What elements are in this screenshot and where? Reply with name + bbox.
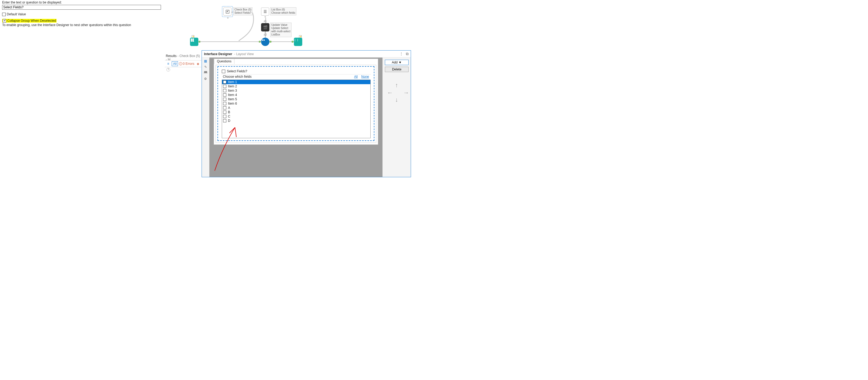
designer-subtitle: - Layout View	[234, 52, 254, 56]
gear-icon[interactable]: ⚙	[204, 77, 207, 81]
list-item-checkbox[interactable]	[223, 98, 226, 101]
listbox-tool-label: List Box (6) Choose which fields	[270, 7, 296, 15]
designer-right-panel: Add ▼ Delete ↑ ← → ↓	[382, 58, 411, 177]
filter-conv-errors[interactable]: ◈	[195, 61, 200, 66]
prompt-input[interactable]	[2, 5, 161, 10]
tree-icon[interactable]: ᚙ	[204, 71, 208, 75]
interface-designer-window: Interface Designer - Layout View ⋮ ⧉ ▦ ✎…	[202, 50, 411, 177]
default-value-row[interactable]: Default Value	[2, 12, 162, 16]
add-button[interactable]: Add ▼	[385, 60, 409, 65]
list-item[interactable]: Item 4	[222, 93, 370, 97]
arrow-left-icon[interactable]: ←	[387, 89, 393, 96]
anchor[interactable]	[265, 16, 266, 18]
list-icon[interactable]: ≡	[166, 61, 170, 66]
arrow-right-icon[interactable]: →	[403, 89, 409, 96]
collapse-row[interactable]: Collapse Group When Deselected	[2, 19, 57, 23]
browse-tool-icon[interactable]	[294, 38, 302, 46]
help-text: To enable grouping, use the Interface De…	[2, 23, 162, 27]
list-item[interactable]: A	[222, 106, 370, 110]
questions-panel: Questions Select Fields? Choose which fi…	[214, 59, 378, 145]
list-item-label: Item 3	[228, 89, 237, 93]
list-item-label: C	[228, 114, 230, 118]
designer-side-toolbar: ▦ ✎ ᚙ ⚙	[202, 58, 209, 177]
link-none[interactable]: None	[361, 75, 369, 78]
input-tool-icon[interactable]	[190, 38, 198, 46]
list-item-label: A	[228, 106, 230, 110]
list-item[interactable]: Item 6	[222, 101, 370, 106]
list-item-label: D	[228, 119, 230, 123]
list-item-label: Item 2	[228, 84, 237, 88]
input-port[interactable]	[259, 41, 260, 42]
arrow-up-icon[interactable]: ↑	[395, 82, 398, 89]
select-fields-label: Select Fields?	[227, 69, 247, 73]
output-port[interactable]	[198, 41, 200, 42]
list-item-label: B	[228, 110, 230, 114]
filter-errors[interactable]: !0 Errors	[179, 62, 194, 66]
select-tool-icon[interactable]	[261, 38, 270, 46]
default-value-checkbox[interactable]	[2, 13, 6, 16]
checkbox-tool-icon	[226, 10, 229, 13]
dashed-selection[interactable]: Select Fields? Choose which fields All N…	[217, 66, 374, 141]
list-item-checkbox[interactable]	[223, 80, 226, 83]
action-tag-2: #2	[264, 33, 267, 36]
list-item-label: Item 5	[228, 97, 237, 101]
help-icon[interactable]: ?	[166, 68, 170, 72]
list-item-checkbox[interactable]	[223, 93, 226, 97]
action-tool-icon[interactable]: 🎬	[261, 23, 270, 31]
delete-button[interactable]: Delete	[385, 67, 409, 72]
wand-icon[interactable]: ✎	[204, 65, 207, 69]
list-item[interactable]: Item 5	[222, 97, 370, 101]
move-arrows: ↑ ← → ↓	[385, 82, 409, 103]
popout-icon[interactable]: ⧉	[406, 51, 409, 56]
choose-which-label: Choose which fields	[223, 75, 252, 78]
list-item-checkbox[interactable]	[223, 89, 226, 92]
checkbox-tool-label: Check Box (5) Select Fields?	[234, 7, 252, 15]
list-item[interactable]: C	[222, 114, 370, 118]
designer-title: Interface Designer	[204, 52, 232, 56]
default-value-label: Default Value	[7, 12, 26, 16]
list-item-checkbox[interactable]	[223, 115, 226, 118]
workflow-canvas[interactable]: Check Box (5) Select Fields? ☰ List Box …	[165, 0, 416, 54]
kebab-icon[interactable]: ⋮	[399, 51, 403, 56]
list-item[interactable]: B	[222, 110, 370, 114]
list-item-label: Item 1	[228, 80, 237, 84]
layout-icon[interactable]: ▦	[204, 59, 207, 63]
list-item-checkbox[interactable]	[223, 119, 226, 123]
list-item-checkbox[interactable]	[223, 102, 226, 105]
update-tool-label: Update Value Update Select with multi-se…	[270, 23, 291, 37]
results-toolbar: ≡ All !0 Errors ◈	[165, 60, 203, 67]
list-item-checkbox[interactable]	[223, 85, 226, 88]
collapse-checkbox[interactable]	[3, 19, 6, 23]
anchor[interactable]	[227, 17, 228, 19]
select-fields-checkbox[interactable]	[222, 70, 225, 73]
list-item-label: Item 4	[228, 93, 237, 97]
output-port[interactable]	[270, 41, 271, 42]
config-pane: Enter the text or question to be display…	[0, 0, 165, 183]
arrow-down-icon[interactable]: ↓	[395, 96, 398, 103]
list-item[interactable]: Item 1	[222, 80, 370, 84]
input-port[interactable]	[292, 41, 293, 42]
list-item[interactable]: Item 3	[222, 89, 370, 93]
list-item-label: Item 6	[228, 102, 237, 105]
tab-questions[interactable]: Questions	[214, 59, 235, 64]
listbox-tool-icon[interactable]: ☰	[261, 7, 269, 15]
action-tag-1: #1	[264, 20, 267, 23]
prompt-label: Enter the text or question to be display…	[2, 1, 162, 4]
list-item-checkbox[interactable]	[223, 106, 226, 109]
select-fields-row[interactable]: Select Fields?	[221, 69, 371, 74]
link-all[interactable]: All	[354, 75, 358, 78]
filter-all[interactable]: All	[172, 61, 178, 66]
list-item-checkbox[interactable]	[223, 110, 226, 114]
list-item[interactable]: D	[222, 118, 370, 123]
fields-listbox[interactable]: Item 1Item 2Item 3Item 4Item 5Item 6ABCD	[222, 80, 371, 138]
list-item[interactable]: Item 2	[222, 84, 370, 89]
collapse-label: Collapse Group When Deselected	[7, 19, 56, 23]
